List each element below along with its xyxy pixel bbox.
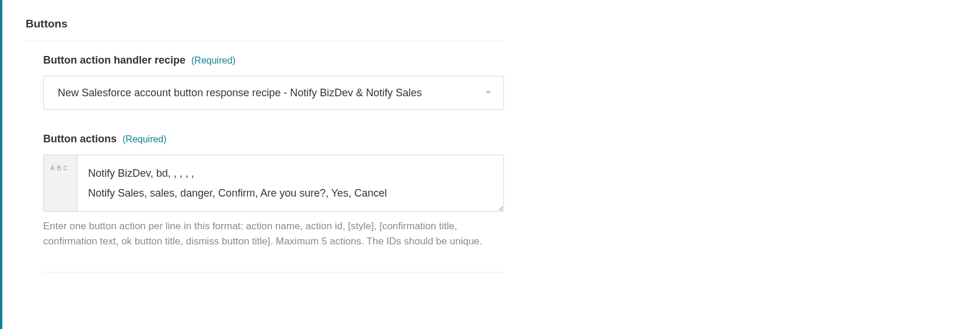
actions-required: (Required) — [123, 134, 167, 145]
section-title: Buttons — [26, 18, 504, 41]
actions-label: Button actions — [43, 133, 117, 145]
handler-select-wrapper — [43, 76, 504, 110]
handler-required: (Required) — [191, 55, 236, 66]
actions-field-group: Button actions (Required) ABC Enter one … — [26, 133, 504, 249]
buttons-section-container: Buttons Button action handler recipe (Re… — [2, 0, 527, 284]
handler-select[interactable] — [43, 76, 504, 110]
text-mode-icon: ABC — [44, 155, 78, 211]
divider — [43, 272, 504, 272]
actions-help-text: Enter one button action per line in this… — [43, 219, 504, 249]
actions-label-row: Button actions (Required) — [43, 133, 504, 145]
handler-field-group: Button action handler recipe (Required) — [26, 54, 504, 110]
handler-label: Button action handler recipe — [43, 54, 186, 66]
actions-textarea[interactable] — [78, 155, 503, 211]
actions-textarea-wrapper: ABC — [43, 155, 504, 212]
handler-label-row: Button action handler recipe (Required) — [43, 54, 504, 66]
